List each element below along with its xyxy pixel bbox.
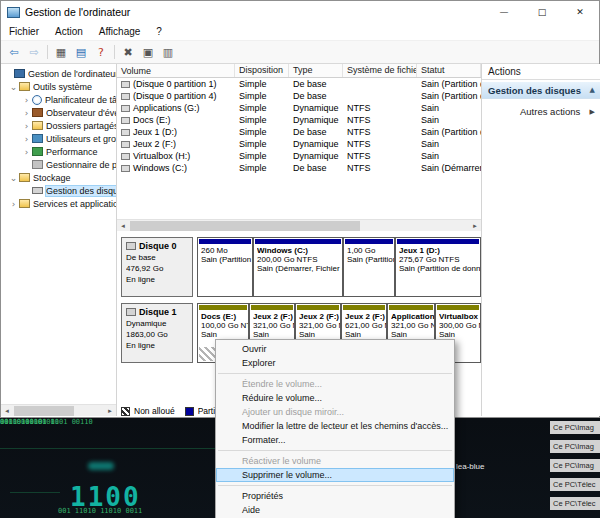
partition-recovery[interactable]: 1,00 Go Sain (Partition de récupération) xyxy=(343,237,395,297)
tree-item-disk-management[interactable]: Gestion des disques xyxy=(1,184,116,197)
table-row[interactable]: Jeux 2 (F:) Simple Dynamique NTFS Sain xyxy=(117,138,481,150)
tree-item-system-tools[interactable]: ⌄ Outils système xyxy=(1,80,116,93)
maximize-button[interactable]: □ xyxy=(523,1,561,23)
chevron-down-icon[interactable]: ⌄ xyxy=(9,82,18,92)
tree-item-computer-management[interactable]: Gestion de l'ordinateur (local) xyxy=(1,67,116,80)
menu-action[interactable]: Action xyxy=(47,26,91,37)
console-tree-icon[interactable]: ▦ xyxy=(52,44,70,61)
menu-fichier[interactable]: Fichier xyxy=(1,26,47,37)
partition-windows-c[interactable]: Windows (C:) 200,00 Go NTFS Sain (Démarr… xyxy=(253,237,343,297)
table-row[interactable]: (Disque 0 partition 4) Simple De base Sa… xyxy=(117,90,481,102)
menu-item-modifier-lettre[interactable]: Modifier la lettre de lecteur et les che… xyxy=(216,419,454,433)
scrollbar-thumb[interactable] xyxy=(130,221,360,231)
chevron-right-icon[interactable]: › xyxy=(22,108,31,118)
volume-name: Windows (C:) xyxy=(133,162,187,174)
menu-item-aide[interactable]: Aide xyxy=(216,503,454,517)
table-row[interactable]: Jeux 1 (D:) Simple De base NTFS Sain (Pa… xyxy=(117,126,481,138)
scroll-right-icon[interactable]: ► xyxy=(104,405,116,416)
chevron-right-icon[interactable]: › xyxy=(9,199,18,209)
background-file-path: Ce PC\Imag xyxy=(550,421,600,434)
volume-name: Docs (E:) xyxy=(133,114,171,126)
partition-size: 321,00 Go NTFS xyxy=(299,321,340,330)
column-header-filesystem[interactable]: Système de fichiers xyxy=(343,64,417,77)
chevron-down-icon[interactable]: ⌄ xyxy=(9,173,18,183)
tree-item-storage[interactable]: ⌄ Stockage xyxy=(1,171,116,184)
back-icon[interactable]: ⇦ xyxy=(5,44,23,61)
cell-disposition: Simple xyxy=(235,90,289,102)
circuit-line xyxy=(0,448,220,449)
menu-help[interactable]: ? xyxy=(148,26,170,37)
cell-status: Sain (Démarrer, Fichier d'échange, Vic xyxy=(417,162,481,174)
views-icon[interactable]: ▣ xyxy=(139,44,157,61)
tree-item-label: Gestion de l'ordinateur (local) xyxy=(28,69,116,79)
table-row[interactable]: Windows (C:) Simple De base NTFS Sain (D… xyxy=(117,162,481,174)
column-header-disposition[interactable]: Disposition xyxy=(235,64,289,77)
tree-item-services-applications[interactable]: › Services et applications xyxy=(1,197,116,210)
scrollbar-thumb[interactable] xyxy=(14,406,74,416)
table-row[interactable]: Docs (E:) Simple Dynamique NTFS Sain xyxy=(117,114,481,126)
cell-type: Dynamique xyxy=(289,114,343,126)
tree-item-performance[interactable]: › Performance xyxy=(1,145,116,158)
table-row[interactable]: Virtualbox (H:) Simple Dynamique NTFS Sa… xyxy=(117,150,481,162)
actions-more-actions[interactable]: Autres actions ▶ xyxy=(482,104,600,119)
partition-color-bar xyxy=(199,239,251,244)
partition-efi[interactable]: 260 Mo Sain (Partition du système EFI) xyxy=(197,237,253,297)
scroll-right-icon[interactable]: ► xyxy=(469,220,481,232)
tree-horizontal-scrollbar[interactable]: ◄ ► xyxy=(1,404,116,416)
column-header-status[interactable]: Statut xyxy=(417,64,481,77)
export-list-icon[interactable]: ▤ xyxy=(72,44,90,61)
disk-1-info[interactable]: Disque 1 Dynamique 1863,00 Go En ligne xyxy=(121,303,193,363)
help-icon[interactable]: ? xyxy=(92,44,110,61)
menu-item-supprimer-volume[interactable]: Supprimer le volume... xyxy=(216,468,454,482)
disk-tool-icon[interactable]: ▥ xyxy=(159,44,177,61)
menu-item-explorer[interactable]: Explorer xyxy=(216,356,454,370)
chevron-right-icon[interactable]: › xyxy=(22,147,31,157)
volume-list-horizontal-scrollbar[interactable]: ◄ ► xyxy=(117,219,481,231)
forward-icon[interactable]: ⇨ xyxy=(25,44,43,61)
menu-affichage[interactable]: Affichage xyxy=(91,26,149,37)
partition-size: 321,00 Go NTFS xyxy=(391,321,434,330)
tree-item-local-users-groups[interactable]: › Utilisateurs et groupes locaux xyxy=(1,132,116,145)
chevron-right-icon[interactable]: › xyxy=(22,121,31,131)
menu-item-formater[interactable]: Formater... xyxy=(216,433,454,447)
chevron-right-icon[interactable]: › xyxy=(22,134,31,144)
delete-volume-icon[interactable]: ✖ xyxy=(119,44,137,61)
menu-item-ouvrir[interactable]: Ouvrir xyxy=(216,342,454,356)
column-header-type[interactable]: Type xyxy=(289,64,343,77)
chevron-right-icon[interactable]: › xyxy=(22,95,31,105)
actions-disk-management[interactable]: Gestion des disques ▲ xyxy=(482,82,600,99)
scroll-left-icon[interactable]: ◄ xyxy=(117,220,129,232)
volume-name: Jeux 2 (F:) xyxy=(133,138,176,150)
partition-jeux1-d[interactable]: Jeux 1 (D:) 275,67 Go NTFS Sain (Partiti… xyxy=(395,237,481,297)
disk-size: 1863,00 Go xyxy=(126,330,189,339)
tree-item-shared-folders[interactable]: › Dossiers partagés xyxy=(1,119,116,132)
partition-size: 321,00 Go NTFS xyxy=(253,321,294,330)
disk-0-info[interactable]: Disque 0 De base 476,92 Go En ligne xyxy=(121,237,193,297)
tree-item-label: Observateur d'événements xyxy=(46,108,116,118)
menu-separator xyxy=(218,373,452,374)
tree-item-device-manager[interactable]: Gestionnaire de périphériques xyxy=(1,158,116,171)
table-row[interactable]: Applications (G:) Simple Dynamique NTFS … xyxy=(117,102,481,114)
menu-item-proprietes[interactable]: Propriétés xyxy=(216,489,454,503)
cell-status: Sain xyxy=(417,114,481,126)
disk-kind: Dynamique xyxy=(126,319,189,328)
partition-name: Docs (E:) xyxy=(201,312,248,321)
collapse-icon[interactable]: ▲ xyxy=(590,86,600,94)
cell-filesystem xyxy=(343,90,417,102)
partition-status: Sain xyxy=(253,330,294,339)
table-row[interactable]: (Disque 0 partition 1) Simple De base Sa… xyxy=(117,78,481,90)
menu-item-reduire-volume[interactable]: Réduire le volume... xyxy=(216,391,454,405)
cell-status: Sain (Partition du système EFI) xyxy=(417,78,481,90)
column-header-volume[interactable]: Volume xyxy=(117,64,235,77)
circuit-line xyxy=(10,492,60,493)
cell-filesystem: NTFS xyxy=(343,114,417,126)
close-button[interactable]: ✕ xyxy=(561,1,599,23)
tree-item-task-scheduler[interactable]: › Planificateur de tâches xyxy=(1,93,116,106)
tree-item-event-viewer[interactable]: › Observateur d'événements xyxy=(1,106,116,119)
volume-icon xyxy=(121,153,130,160)
titlebar[interactable]: Gestion de l'ordinateur — □ ✕ xyxy=(1,1,599,23)
partition-size: 1,00 Go xyxy=(347,246,394,255)
minimize-button[interactable]: — xyxy=(485,1,523,23)
scroll-left-icon[interactable]: ◄ xyxy=(1,405,13,416)
tree-item-label: Gestion des disques xyxy=(46,186,116,196)
